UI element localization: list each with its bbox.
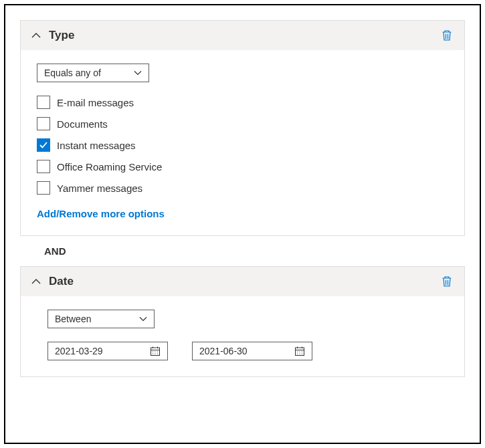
svg-point-18	[299, 353, 300, 354]
calendar-icon	[150, 346, 161, 356]
svg-point-17	[297, 353, 298, 354]
type-operator-select[interactable]: Equals any of	[37, 64, 149, 82]
svg-point-9	[157, 353, 158, 354]
svg-point-7	[153, 353, 153, 354]
checkbox-box	[37, 138, 50, 152]
checkbox-office-roaming-service[interactable]: Office Roaming Service	[37, 160, 448, 173]
check-icon	[39, 140, 48, 150]
checkbox-label: Yammer messages	[57, 183, 142, 194]
checkbox-label: Documents	[57, 118, 108, 130]
checkbox-label: Office Roaming Service	[57, 161, 162, 173]
svg-point-4	[153, 351, 153, 352]
start-date-value: 2021-03-29	[55, 346, 103, 356]
checkbox-instant-messages[interactable]: Instant messages	[37, 138, 448, 152]
trash-icon	[442, 275, 452, 288]
date-operator-select[interactable]: Between	[47, 310, 155, 328]
type-operator-value: Equals any of	[44, 68, 101, 78]
end-date-input[interactable]: 2021-06-30	[192, 342, 312, 360]
delete-date-filter-button[interactable]	[440, 275, 454, 288]
checkbox-box	[37, 117, 50, 130]
checkbox-yammer-messages[interactable]: Yammer messages	[37, 181, 448, 195]
date-card-header[interactable]: Date	[21, 267, 464, 296]
type-filter-card: Type Equals any of E-mail messages Docum…	[20, 20, 465, 236]
svg-point-19	[302, 353, 302, 354]
date-filter-card: Date Between 2021-03-29 202	[20, 266, 465, 377]
date-operator-value: Between	[55, 314, 91, 324]
checkbox-box	[37, 96, 50, 109]
checkbox-box	[37, 181, 50, 195]
calendar-icon	[294, 346, 305, 356]
svg-point-16	[302, 351, 302, 352]
date-card-title: Date	[49, 275, 432, 288]
checkbox-box	[37, 160, 50, 173]
type-card-title: Type	[49, 29, 432, 42]
delete-type-filter-button[interactable]	[440, 29, 454, 42]
chevron-down-icon	[134, 69, 142, 77]
type-card-header[interactable]: Type	[21, 21, 464, 50]
chevron-up-icon	[31, 31, 41, 40]
svg-point-14	[297, 351, 298, 352]
condition-operator: AND	[44, 245, 465, 257]
svg-point-6	[157, 351, 158, 352]
checkbox-label: Instant messages	[57, 140, 136, 151]
chevron-down-icon	[139, 315, 147, 323]
start-date-input[interactable]: 2021-03-29	[47, 342, 168, 360]
add-remove-more-options-link[interactable]: Add/Remove more options	[37, 208, 165, 219]
trash-icon	[442, 29, 452, 41]
checkbox-label: E-mail messages	[57, 97, 134, 108]
checkbox-documents[interactable]: Documents	[37, 117, 448, 130]
end-date-value: 2021-06-30	[199, 346, 248, 356]
svg-point-15	[299, 351, 300, 352]
svg-point-5	[155, 351, 155, 352]
checkbox-email-messages[interactable]: E-mail messages	[37, 96, 448, 109]
chevron-up-icon	[31, 277, 41, 286]
svg-point-8	[155, 353, 155, 354]
